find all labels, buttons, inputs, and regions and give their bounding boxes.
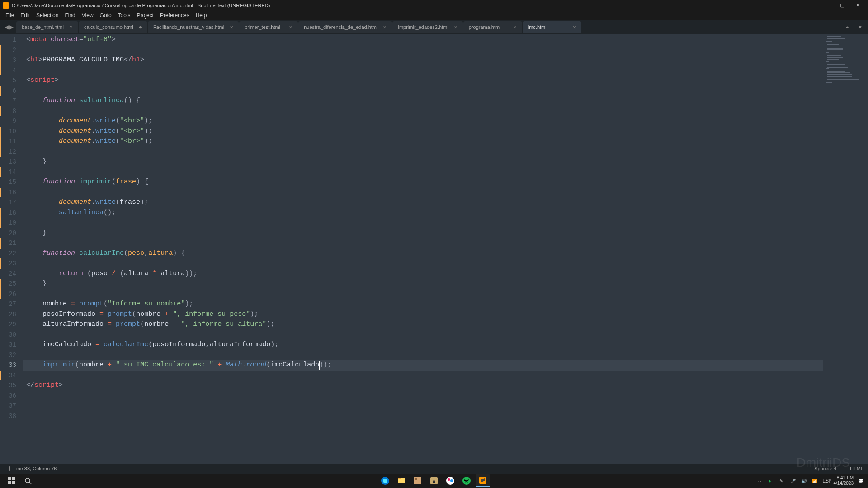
- svg-line-5: [29, 482, 31, 484]
- tab-bar: ◀ ▶ base_de_html.html✕calculo_consumo.ht…: [0, 20, 868, 34]
- tabs-dropdown-icon[interactable]: ▼: [854, 24, 866, 30]
- menu-help[interactable]: Help: [193, 11, 210, 19]
- menu-goto[interactable]: Goto: [97, 11, 114, 19]
- tab[interactable]: imc.html✕: [523, 21, 581, 33]
- tab-dirty-icon[interactable]: ●: [139, 24, 142, 30]
- svg-rect-9: [398, 478, 401, 479]
- editor-area[interactable]: 1234567891011121314151617181920212223242…: [0, 34, 868, 464]
- tray-mic-icon[interactable]: 🎤: [790, 479, 797, 483]
- svg-point-7: [383, 479, 387, 483]
- start-button[interactable]: [4, 474, 20, 487]
- svg-rect-1: [12, 477, 15, 480]
- code-content[interactable]: <meta charset="utf-8"><h1>PROGRAMA CALCU…: [23, 34, 868, 464]
- status-spaces[interactable]: Spaces: 4: [814, 466, 836, 471]
- menu-selection[interactable]: Selection: [33, 11, 61, 19]
- nav-back-icon[interactable]: ◀: [5, 24, 9, 30]
- status-syntax[interactable]: HTML: [850, 466, 863, 471]
- menu-project[interactable]: Project: [134, 11, 156, 19]
- tray-pen-icon[interactable]: ✎: [779, 479, 786, 483]
- tray-language[interactable]: ESP: [823, 479, 829, 483]
- tray-onedrive-icon[interactable]: ●: [769, 479, 775, 483]
- svg-point-15: [450, 479, 453, 482]
- taskbar-app-edge[interactable]: [378, 474, 392, 487]
- app-icon: [3, 2, 9, 9]
- tab-close-icon[interactable]: ✕: [69, 25, 73, 30]
- tab-label: calculo_consumo.html: [84, 24, 133, 30]
- svg-rect-11: [415, 478, 417, 480]
- menu-edit[interactable]: Edit: [18, 11, 33, 19]
- tab[interactable]: primer_test.html✕: [239, 21, 298, 33]
- line-gutter: 1234567891011121314151617181920212223242…: [0, 34, 23, 464]
- taskbar-app-image[interactable]: [410, 474, 425, 487]
- tray-volume-icon[interactable]: 🔊: [801, 479, 807, 483]
- menu-bar: File Edit Selection Find View Goto Tools…: [0, 10, 868, 20]
- minimap[interactable]: [823, 34, 868, 464]
- tab-close-icon[interactable]: ✕: [513, 25, 517, 30]
- tab-label: imc.html: [528, 24, 547, 30]
- search-button[interactable]: [20, 474, 36, 487]
- taskbar: ︿ ● ✎ 🎤 🔊 📶 ESP 8:41 PM 4/14/2023 💬: [0, 474, 868, 488]
- tray-wifi-icon[interactable]: 📶: [812, 479, 818, 483]
- tab[interactable]: programa.html✕: [463, 21, 522, 33]
- close-button[interactable]: ✕: [854, 2, 861, 8]
- tab-close-icon[interactable]: ✕: [289, 25, 292, 30]
- svg-point-16: [462, 477, 471, 485]
- tab[interactable]: nuestra_diferencia_de_edad.html✕: [298, 21, 392, 33]
- svg-rect-0: [8, 477, 11, 480]
- taskbar-app-ball[interactable]: [443, 474, 458, 487]
- status-position[interactable]: Line 33, Column 76: [14, 466, 57, 471]
- tab[interactable]: imprimir_edades2.html✕: [392, 21, 462, 33]
- tab[interactable]: Facilitando_nuestras_vidas.html✕: [148, 21, 239, 33]
- tab-label: base_de_html.html: [22, 24, 64, 30]
- tab-label: nuestra_diferencia_de_edad.html: [304, 24, 377, 30]
- status-panel-icon[interactable]: [5, 466, 10, 471]
- menu-find[interactable]: Find: [62, 11, 78, 19]
- tray-chevron-icon[interactable]: ︿: [758, 478, 764, 484]
- tab-close-icon[interactable]: ✕: [230, 25, 233, 30]
- status-bar: Line 33, Column 76 Spaces: 4 HTML: [0, 464, 868, 474]
- svg-point-4: [25, 478, 30, 483]
- tab-close-icon[interactable]: ✕: [572, 25, 576, 30]
- menu-view[interactable]: View: [79, 11, 96, 19]
- tab-label: Facilitando_nuestras_vidas.html: [153, 24, 224, 30]
- tab[interactable]: base_de_html.html✕: [16, 21, 78, 33]
- tab[interactable]: calculo_consumo.html●: [79, 21, 147, 33]
- title-bar: C:\Users\Darie\Documents\Programacion\Cu…: [0, 0, 868, 10]
- taskbar-app-sublime[interactable]: [476, 474, 490, 487]
- tab-label: primer_test.html: [245, 24, 280, 30]
- menu-tools[interactable]: Tools: [115, 11, 133, 19]
- tray-clock[interactable]: 8:41 PM 4/14/2023: [834, 475, 854, 486]
- menu-preferences[interactable]: Preferences: [157, 11, 192, 19]
- svg-rect-3: [12, 481, 15, 484]
- tab-close-icon[interactable]: ✕: [383, 25, 387, 30]
- tab-label: programa.html: [469, 24, 501, 30]
- taskbar-app-explorer[interactable]: [394, 474, 409, 487]
- taskbar-app-spotify[interactable]: [459, 474, 474, 487]
- svg-point-14: [448, 478, 450, 481]
- tab-close-icon[interactable]: ✕: [454, 25, 458, 30]
- minimize-button[interactable]: ─: [824, 2, 830, 8]
- taskbar-app-league[interactable]: [427, 474, 441, 487]
- window-title: C:\Users\Darie\Documents\Programacion\Cu…: [12, 3, 270, 8]
- svg-rect-2: [8, 481, 11, 484]
- menu-file[interactable]: File: [3, 11, 17, 19]
- maximize-button[interactable]: ▢: [839, 2, 845, 8]
- tray-notifications-icon[interactable]: 💬: [858, 479, 864, 483]
- new-tab-button[interactable]: +: [840, 24, 854, 30]
- tab-label: imprimir_edades2.html: [398, 24, 448, 30]
- nav-forward-icon[interactable]: ▶: [9, 24, 14, 30]
